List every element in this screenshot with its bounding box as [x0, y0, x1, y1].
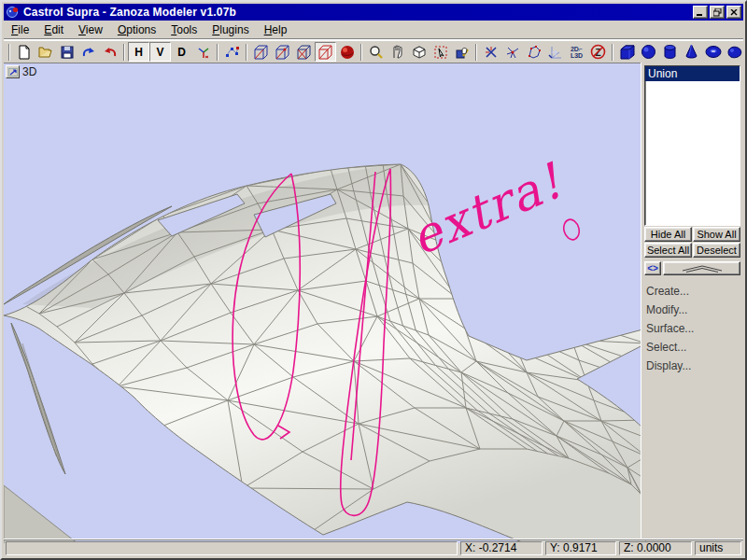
primitive-cylinder-button[interactable] — [659, 42, 681, 62]
object-grab-button[interactable] — [451, 42, 472, 62]
status-bar: X: -0.2714 Y: 0.9171 Z: 0.0000 units — [4, 539, 743, 556]
cube-facet-button[interactable] — [293, 42, 315, 62]
restore-button[interactable] — [710, 6, 725, 19]
no-z-toggle-button[interactable]: Z — [587, 42, 609, 62]
panel-menu-modify[interactable]: Modify... — [644, 301, 740, 320]
select-box-icon — [433, 45, 448, 60]
render-sphere-button[interactable] — [336, 42, 358, 62]
open-file-button[interactable] — [35, 42, 56, 62]
menu-bar: File Edit View Options Tools Plugins Hel… — [4, 21, 743, 39]
no-z-icon: Z — [590, 44, 606, 60]
toggle-2d3d-button[interactable]: 2D⌐L3D — [566, 42, 587, 62]
delete-cross-icon — [484, 45, 499, 60]
axes-xyz-icon — [196, 45, 211, 60]
primitive-blob-button[interactable] — [724, 42, 743, 62]
title-bar: Castrol Supra - Zanoza Modeler v1.07b — [4, 4, 743, 21]
panel-menu-display[interactable]: Display... — [644, 357, 740, 376]
menu-file[interactable]: File — [4, 21, 36, 38]
show-all-button[interactable]: Show All — [693, 227, 740, 242]
status-z-coordinate: Z: 0.0000 — [619, 541, 692, 555]
menu-options[interactable]: Options — [110, 21, 163, 38]
primitive-cube-button[interactable] — [616, 42, 638, 62]
primitive-sphere-button[interactable] — [638, 42, 659, 62]
toolbar-separator — [612, 44, 613, 61]
h-label: H — [134, 46, 143, 59]
cube-edged-button[interactable] — [272, 42, 293, 62]
hide-all-button[interactable]: Hide All — [644, 227, 692, 242]
vertex-star-icon — [505, 45, 520, 60]
primitive-torus-button[interactable] — [702, 42, 724, 62]
lasso-select-button[interactable] — [523, 42, 544, 62]
viewport-3d[interactable]: 3D — [4, 63, 646, 543]
toolbar-separator — [8, 44, 10, 61]
close-button[interactable] — [726, 6, 741, 19]
rotate-cube-icon — [412, 45, 427, 60]
delete-cross-button[interactable] — [480, 42, 501, 62]
save-file-button[interactable] — [56, 42, 78, 62]
local-axes-icon — [548, 45, 563, 60]
panel-menu-create[interactable]: Create... — [644, 283, 740, 301]
toolbar-separator — [246, 44, 247, 61]
menu-tools[interactable]: Tools — [163, 21, 204, 38]
fender-spike — [11, 323, 65, 474]
undo-button[interactable] — [99, 42, 120, 62]
car-body-mesh — [4, 164, 646, 543]
status-units: units — [695, 541, 741, 555]
axes-xyz-button[interactable] — [192, 42, 214, 62]
view-d-toggle[interactable]: D — [171, 42, 192, 62]
vertex-star-button[interactable] — [501, 42, 523, 62]
local-axes-button[interactable] — [544, 42, 566, 62]
object-list[interactable]: Union — [644, 65, 740, 226]
rotate-cube-button[interactable] — [408, 42, 430, 62]
app-icon — [6, 6, 21, 19]
panel-menu-surface[interactable]: Surface... — [644, 320, 740, 339]
minimize-button[interactable] — [693, 6, 708, 19]
primitive-torus-icon — [705, 44, 722, 60]
cube-edged-icon — [275, 45, 290, 60]
view-v-toggle[interactable]: V — [149, 42, 171, 62]
toolbar-separator — [360, 44, 362, 61]
cube-wireframe-icon — [253, 45, 269, 60]
cube-flat-button[interactable] — [315, 42, 336, 62]
viewport-maximize-icon — [8, 68, 18, 77]
list-item-union[interactable]: Union — [645, 66, 740, 81]
primitive-cube-icon — [619, 44, 636, 60]
double-chevron-up-icon — [681, 264, 724, 273]
expand-button[interactable]: <> — [644, 261, 661, 275]
status-x-coordinate: X: -0.2714 — [460, 541, 543, 555]
select-all-button[interactable]: Select All — [644, 243, 692, 258]
status-message-panel — [6, 541, 458, 555]
new-file-icon — [17, 45, 32, 60]
deselect-button[interactable]: Deselect — [693, 243, 740, 258]
panel-menu-select[interactable]: Select... — [644, 339, 740, 357]
new-file-button[interactable] — [13, 42, 35, 62]
render-sphere-icon — [340, 45, 355, 60]
menu-edit[interactable]: Edit — [36, 21, 71, 38]
cube-facet-icon — [296, 45, 312, 60]
menu-plugins[interactable]: Plugins — [204, 21, 256, 38]
viewport-maximize-button[interactable] — [6, 65, 20, 78]
label-3d: 3D — [574, 52, 583, 59]
toolbar-separator — [123, 44, 125, 61]
cube-wireframe-button[interactable] — [250, 42, 272, 62]
collapse-chevron-button[interactable] — [663, 261, 740, 275]
save-file-icon — [60, 45, 75, 60]
primitive-cone-icon — [684, 44, 699, 60]
toggle-2d3d: 2D⌐L3D — [571, 46, 583, 59]
primitive-sphere-icon — [641, 44, 656, 60]
select-box-button[interactable] — [430, 42, 451, 62]
edit-vertices-button[interactable] — [221, 42, 243, 62]
panel-menu: Create... Modify... Surface... Select...… — [644, 283, 740, 376]
view-h-toggle[interactable]: H — [128, 42, 149, 62]
pan-hand-icon — [390, 45, 405, 60]
menu-view[interactable]: View — [71, 21, 110, 38]
cube-flat-icon — [317, 45, 333, 60]
annotation-flourish-loop — [561, 217, 581, 241]
primitive-cone-button[interactable] — [681, 42, 702, 62]
zoom-tool-button[interactable] — [365, 42, 387, 62]
pan-hand-button[interactable] — [387, 42, 408, 62]
label-2d: 2D — [571, 46, 579, 52]
undo-arrow-icon — [103, 45, 118, 60]
redo-button[interactable] — [78, 42, 99, 62]
menu-help[interactable]: Help — [257, 21, 295, 38]
